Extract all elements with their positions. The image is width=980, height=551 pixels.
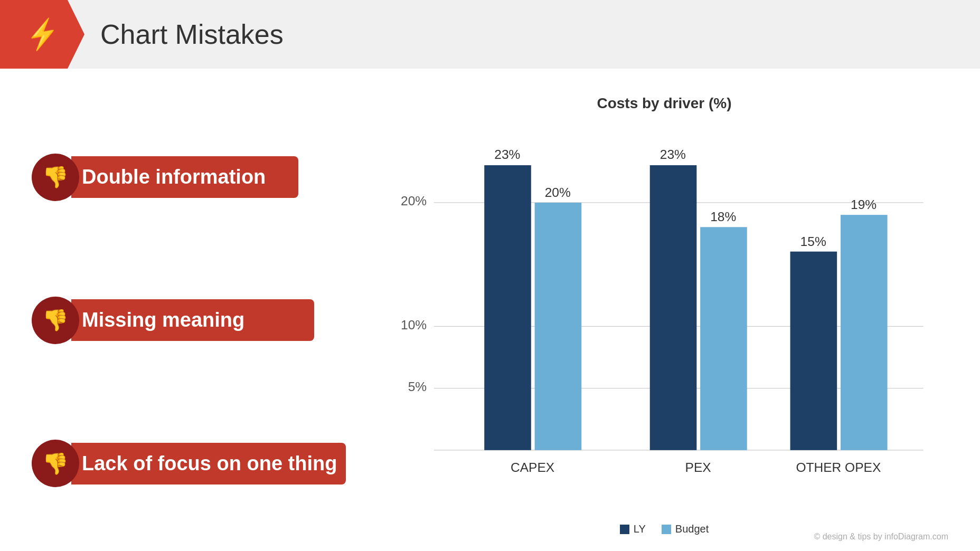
mistakes-list: 👎 Double information 👎 Missing meaning 👎… [32, 95, 359, 535]
svg-text:23%: 23% [494, 147, 520, 162]
bar-otheropex-ly [790, 252, 837, 450]
chart-title: Costs by driver (%) [597, 95, 731, 112]
legend-label-ly: LY [634, 523, 646, 535]
thumbs-down-icon-3: 👎 [32, 440, 79, 487]
svg-text:15%: 15% [800, 234, 826, 249]
svg-text:23%: 23% [660, 147, 686, 162]
mistake-label-1: Double information [71, 156, 298, 198]
svg-text:OTHER OPEX: OTHER OPEX [796, 460, 881, 474]
thumbs-down-icon-2: 👎 [32, 297, 79, 344]
bar-pex-ly [650, 165, 697, 450]
page-title: Chart Mistakes [100, 18, 284, 50]
svg-rect-16 [620, 525, 629, 534]
svg-text:18%: 18% [710, 210, 736, 224]
chart-area: 5% 10% 20% 23% 20% CAPEX 23% [391, 122, 938, 519]
legend-swatch-budget [662, 525, 671, 534]
bar-chart: 5% 10% 20% 23% 20% CAPEX 23% [391, 122, 938, 519]
footer: © design & tips by infoDiagram.com [814, 532, 948, 542]
svg-text:20%: 20% [545, 185, 571, 200]
svg-rect-17 [662, 525, 671, 534]
footer-text: © design & tips by infoDiagram.com [814, 532, 948, 541]
bar-pex-budget [700, 227, 747, 450]
bar-capex-budget [535, 203, 582, 450]
bar-capex-ly [484, 165, 531, 450]
legend-budget: Budget [662, 523, 709, 535]
legend-label-budget: Budget [675, 523, 709, 535]
svg-text:19%: 19% [851, 197, 877, 212]
main-content: 👎 Double information 👎 Missing meaning 👎… [0, 69, 980, 551]
legend-ly: LY [620, 523, 646, 535]
svg-text:PEX: PEX [685, 460, 711, 474]
legend-swatch-ly [620, 525, 629, 534]
chart-legend: LY Budget [620, 523, 709, 535]
header: ⚡ Chart Mistakes [0, 0, 980, 69]
svg-text:CAPEX: CAPEX [511, 460, 554, 474]
svg-text:5%: 5% [408, 379, 427, 394]
thumbs-down-icon-1: 👎 [32, 154, 79, 201]
mistake-item-1: 👎 Double information [32, 154, 359, 201]
mistake-item-3: 👎 Lack of focus on one thing [32, 440, 359, 487]
mistake-item-2: 👎 Missing meaning [32, 297, 359, 344]
bar-otheropex-budget [841, 215, 888, 450]
lightning-icon: ⚡ [23, 15, 62, 53]
mistake-label-2: Missing meaning [71, 299, 314, 341]
chart-panel: Costs by driver (%) 5% 10% 20% [359, 95, 938, 535]
svg-text:20%: 20% [401, 194, 427, 208]
header-icon-background: ⚡ [0, 0, 84, 69]
mistake-label-3: Lack of focus on one thing [71, 443, 346, 484]
svg-text:10%: 10% [401, 318, 427, 332]
